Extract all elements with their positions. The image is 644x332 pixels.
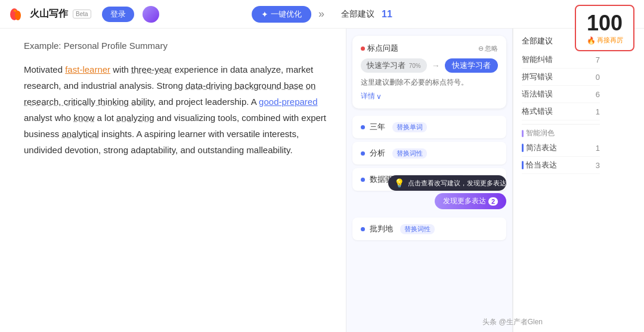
text-good-prepared: good-prepared bbox=[259, 97, 317, 107]
suggestions-nav-label: 全部建议 bbox=[341, 9, 374, 20]
main-layout: Example: Personal Profile Summary Motiva… bbox=[0, 29, 644, 332]
right-item-text-2: 语法错误 bbox=[522, 89, 553, 100]
left-bar-icon-1 bbox=[522, 161, 524, 169]
logo-icon bbox=[10, 6, 26, 23]
right-item-count-1: 0 bbox=[596, 73, 600, 82]
score-number: 100 bbox=[587, 11, 623, 35]
right-item-label-3: 格式错误 bbox=[522, 106, 553, 117]
right-panel: 全部建议 11 智能纠错 7 拼写错误 0 语法错误 6 格式错误 1 bbox=[513, 29, 608, 332]
bulb-icon: 💡 bbox=[394, 178, 404, 188]
right-item-text-1: 拼写错误 bbox=[522, 72, 553, 82]
avatar[interactable] bbox=[143, 6, 159, 23]
card-header-1: 标点问题 ⊖ 忽略 bbox=[361, 43, 498, 54]
score-subtitle-text: 再接再厉 bbox=[597, 36, 623, 45]
text-segment-1: Motivated bbox=[24, 64, 65, 75]
score-subtitle: 🔥 再接再厉 bbox=[587, 36, 623, 45]
right-item-count-3: 1 bbox=[596, 107, 600, 116]
left-bar-icon-0 bbox=[522, 144, 524, 152]
navbar: 火山写作 Beta 登录 ✦ 一键优化 » 全部建议 11 100 🔥 再接再厉 bbox=[0, 0, 644, 29]
suggestion-item-label-1: 三年 bbox=[370, 122, 385, 132]
text-analyzing: analyzing bbox=[116, 113, 154, 123]
toast-bar: 💡 点击查看改写建议，发现更多表达 bbox=[388, 175, 506, 191]
right-item-count-g0: 1 bbox=[596, 144, 600, 153]
text-segment-5: analyst who bbox=[24, 113, 73, 123]
ignore-button-1[interactable]: ⊖ 忽略 bbox=[478, 44, 498, 53]
text-three-year: three-year bbox=[131, 64, 172, 75]
logo-area: 火山写作 Beta 登录 bbox=[10, 6, 159, 23]
text-segment-6: a lot bbox=[94, 113, 116, 123]
doc-title: Example: Personal Profile Summary bbox=[24, 41, 327, 51]
svg-point-1 bbox=[15, 11, 21, 20]
text-analytical: analytical bbox=[61, 129, 99, 139]
right-item-spelling[interactable]: 拼写错误 0 bbox=[522, 69, 600, 86]
right-item-label-g0: 简洁表达 bbox=[526, 142, 557, 153]
text-fast-learner: fast-learner bbox=[65, 64, 110, 75]
suggestion-item-label-2: 分析 bbox=[370, 148, 385, 159]
right-item-format[interactable]: 格式错误 1 bbox=[522, 103, 600, 120]
right-item-concise[interactable]: 简洁表达 1 bbox=[522, 139, 600, 157]
fire-icon: 🔥 bbox=[587, 36, 596, 45]
optimize-label: 一键优化 bbox=[271, 9, 302, 20]
login-button[interactable]: 登录 bbox=[102, 7, 134, 22]
dot-blue-icon-1 bbox=[361, 125, 365, 129]
dot-blue-icon-3 bbox=[361, 178, 365, 182]
group2-title-text: 智能润色 bbox=[526, 128, 555, 138]
text-segment-2: with bbox=[110, 64, 131, 75]
dot-red-icon bbox=[361, 46, 365, 51]
discover-label: 发现更多表达 bbox=[443, 196, 486, 206]
app-name: 火山写作 bbox=[30, 8, 68, 20]
discover-count: 2 bbox=[488, 197, 498, 206]
suggestion-card-1: 标点问题 ⊖ 忽略 快速学习者 70% → 快速学习者 这里建议删除不必要的标点… bbox=[352, 36, 506, 108]
text-segment-4: , and project leadership. A bbox=[153, 97, 259, 107]
right-group-title: 智能润色 bbox=[522, 128, 600, 138]
card-tag-text-1: 标点问题 bbox=[367, 43, 398, 54]
beta-badge: Beta bbox=[73, 10, 91, 18]
suggestion-item-1[interactable]: 三年 替换单词 bbox=[352, 116, 506, 138]
score-box: 100 🔥 再接再厉 bbox=[575, 5, 634, 51]
right-item-text-3: 格式错误 bbox=[522, 106, 553, 117]
card-tag-1: 标点问题 bbox=[361, 43, 398, 54]
ignore-label-1: 忽略 bbox=[485, 44, 498, 53]
suggestions-panel: 标点问题 ⊖ 忽略 快速学习者 70% → 快速学习者 这里建议删除不必要的标点… bbox=[346, 29, 513, 332]
navbar-center: ✦ 一键优化 » 全部建议 11 bbox=[252, 6, 392, 23]
suggested-word-chip[interactable]: 快速学习者 bbox=[445, 58, 498, 73]
right-item-grammar[interactable]: 语法错误 6 bbox=[522, 86, 600, 103]
right-item-count-g1: 3 bbox=[596, 161, 600, 170]
right-item-count-2: 6 bbox=[596, 90, 600, 99]
card-desc-1: 这里建议删除不必要的标点符号。 bbox=[361, 77, 498, 88]
discover-row: 发现更多表达 2 bbox=[346, 193, 512, 214]
suggestion-item-2[interactable]: 分析 替换词性 bbox=[352, 142, 506, 165]
dot-blue-icon-4 bbox=[361, 227, 365, 231]
suggestion-item-tag-2: 替换词性 bbox=[392, 148, 427, 159]
spark-icon: ✦ bbox=[261, 10, 268, 19]
right-item-error-correction[interactable]: 智能纠错 7 bbox=[522, 51, 600, 69]
suggestion-item-tag-4: 替换词性 bbox=[400, 224, 435, 234]
detail-button-1[interactable]: 详情 ∨ bbox=[361, 91, 382, 101]
right-item-count-0: 7 bbox=[596, 55, 600, 64]
right-item-appropriate[interactable]: 恰当表达 3 bbox=[522, 157, 600, 174]
more-button[interactable]: » bbox=[316, 8, 327, 20]
arrow-icon: → bbox=[432, 61, 440, 70]
toast-row: 数据驱动背景基于 替换... 💡 点击查看改写建议，发现更多表达 bbox=[346, 168, 512, 191]
dot-blue-icon-2 bbox=[361, 151, 365, 156]
suggestions-nav-count: 11 bbox=[382, 9, 392, 20]
right-item-label-2: 语法错误 bbox=[522, 89, 553, 100]
original-score: 70% bbox=[409, 63, 421, 69]
chevron-down-icon-1: ∨ bbox=[376, 92, 382, 101]
editor-area: Example: Personal Profile Summary Motiva… bbox=[0, 29, 346, 332]
all-suggestions-label: 全部建议 bbox=[522, 36, 553, 46]
discover-button[interactable]: 发现更多表达 2 bbox=[435, 193, 506, 209]
suggestion-item-tag-1: 替换单词 bbox=[392, 122, 427, 132]
bar-indicator-icon bbox=[522, 130, 524, 137]
optimize-button[interactable]: ✦ 一键优化 bbox=[252, 6, 311, 23]
right-divider bbox=[522, 124, 600, 125]
suggestion-item-label-4: 批判地 bbox=[370, 224, 393, 234]
right-item-text-0: 智能纠错 bbox=[522, 54, 553, 65]
right-item-label-0: 智能纠错 bbox=[522, 54, 553, 65]
ignore-icon: ⊖ bbox=[478, 45, 484, 52]
toast-text: 点击查看改写建议，发现更多表达 bbox=[408, 179, 506, 188]
suggestion-item-4[interactable]: 批判地 替换词性 bbox=[352, 218, 506, 240]
right-item-text-g1: 恰当表达 bbox=[526, 160, 557, 170]
watermark: 头条 @生产者Glen bbox=[482, 317, 543, 327]
right-item-text-g0: 简洁表达 bbox=[526, 142, 557, 153]
